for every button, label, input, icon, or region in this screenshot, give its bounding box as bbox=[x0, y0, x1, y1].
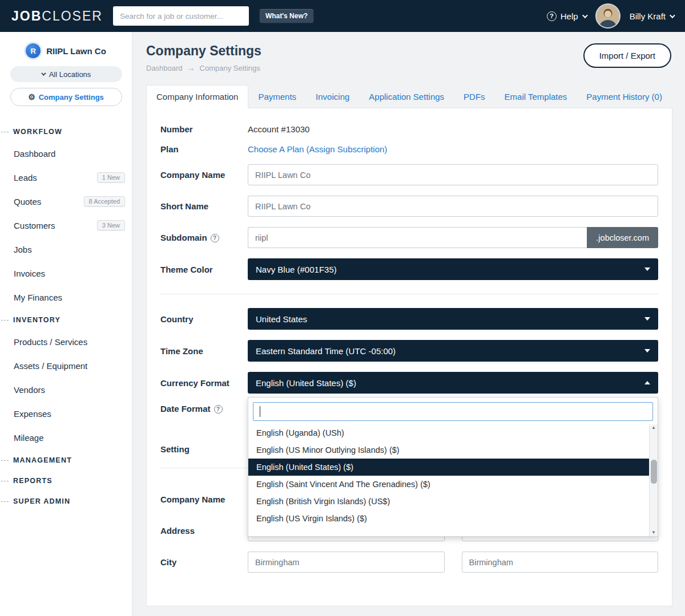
form-row-subdomain: Subdomain? .jobcloser.com bbox=[160, 227, 658, 248]
leads-badge: 1 New bbox=[97, 172, 125, 183]
section-super-admin[interactable]: SUPER ADMIN bbox=[0, 491, 132, 511]
tab-pdfs[interactable]: PDFs bbox=[454, 86, 495, 108]
scroll-up-icon[interactable]: ▲ bbox=[651, 425, 656, 430]
user-menu[interactable]: Billy Kraft bbox=[630, 11, 674, 21]
sidebar-item-invoices[interactable]: Invoices bbox=[0, 261, 132, 285]
nav-label: Customers bbox=[14, 221, 55, 230]
avatar-photo bbox=[597, 5, 619, 27]
form-row-company-name: Company Name bbox=[160, 164, 658, 185]
sidebar-item-leads[interactable]: Leads1 New bbox=[0, 165, 132, 189]
nav-label: Expenses bbox=[14, 409, 51, 419]
nav-label: Vendors bbox=[14, 385, 45, 395]
currency-search-input[interactable] bbox=[253, 402, 653, 421]
tab-invoicing[interactable]: Invoicing bbox=[306, 86, 359, 108]
chevron-up-icon bbox=[644, 381, 650, 384]
currency-option[interactable]: English (US Minor Outlying Islands) ($) bbox=[248, 441, 649, 459]
quotes-badge: 8 Accepted bbox=[84, 196, 125, 206]
section-dashes bbox=[1, 320, 9, 321]
logo-job: JOB bbox=[11, 9, 42, 23]
gear-icon: ⚙ bbox=[28, 92, 35, 102]
tab-application-settings[interactable]: Application Settings bbox=[359, 86, 454, 108]
breadcrumb-dashboard[interactable]: Dashboard bbox=[146, 64, 183, 72]
sidebar-item-my-finances[interactable]: My Finances bbox=[0, 285, 132, 309]
company-name: RIIPL Lawn Co bbox=[46, 46, 106, 56]
section-reports[interactable]: REPORTS bbox=[0, 470, 132, 491]
subdomain-input[interactable] bbox=[248, 227, 587, 248]
sidebar-item-dashboard[interactable]: Dashboard bbox=[0, 141, 132, 165]
global-search-input[interactable] bbox=[113, 6, 249, 26]
tab-payment-history[interactable]: Payment History (0) bbox=[577, 86, 672, 108]
section-management[interactable]: MANAGEMENT bbox=[0, 449, 132, 470]
sidebar-nav: WORKFLOW Dashboard Leads1 New Quotes8 Ac… bbox=[0, 121, 132, 511]
user-name: Billy Kraft bbox=[630, 11, 666, 21]
section-workflow[interactable]: WORKFLOW bbox=[0, 121, 132, 141]
country-label: Country bbox=[160, 314, 248, 324]
help-icon: ? bbox=[547, 11, 557, 21]
subdomain-help-icon[interactable]: ? bbox=[211, 234, 219, 242]
tab-bar: Company Information Payments Invoicing A… bbox=[144, 85, 672, 108]
import-export-button[interactable]: Import / Export bbox=[583, 43, 671, 68]
whats-new-button[interactable]: What's New? bbox=[259, 9, 314, 23]
section-inventory[interactable]: INVENTORY bbox=[0, 309, 132, 330]
currency-format-value: English (United States) ($) bbox=[256, 378, 356, 388]
assign-subscription-link[interactable]: (Assign Subscription) bbox=[307, 144, 388, 154]
number-label: Number bbox=[160, 124, 248, 134]
nav-label: Leads bbox=[14, 173, 37, 183]
timezone-label: Time Zone bbox=[160, 346, 248, 356]
sidebar-item-jobs[interactable]: Jobs bbox=[0, 237, 132, 261]
timezone-value: Eastern Standard Time (UTC -05:00) bbox=[256, 346, 396, 356]
nav-label: Mileage bbox=[14, 433, 44, 443]
main-header: Company Settings Dashboard → Company Set… bbox=[144, 41, 672, 72]
tab-company-information[interactable]: Company Information bbox=[146, 85, 248, 108]
city-input-1[interactable] bbox=[248, 552, 445, 573]
scrollbar[interactable]: ▲ ▼ bbox=[649, 424, 658, 536]
sidebar: R RIIPL Lawn Co All Locations ⚙ Company … bbox=[0, 32, 132, 616]
locations-dropdown[interactable]: All Locations bbox=[10, 66, 122, 82]
city-label: City bbox=[160, 557, 248, 567]
nav-label: Dashboard bbox=[14, 149, 55, 159]
section-label: REPORTS bbox=[13, 477, 53, 485]
form-row-country: Country United States bbox=[160, 308, 658, 330]
currency-option[interactable]: English (British Virgin Islands) (US$) bbox=[248, 493, 649, 510]
scroll-down-icon[interactable]: ▼ bbox=[651, 530, 656, 535]
sidebar-item-quotes[interactable]: Quotes8 Accepted bbox=[0, 189, 132, 213]
choose-plan-link[interactable]: Choose A Plan bbox=[248, 144, 304, 154]
nav-label: Products / Services bbox=[14, 337, 87, 347]
form-row-theme-color: Theme Color Navy Blue (#001F35) bbox=[160, 258, 658, 280]
help-menu[interactable]: ? Help bbox=[547, 11, 586, 21]
sidebar-item-mileage[interactable]: Mileage bbox=[0, 425, 132, 449]
account-number: Account #13030 bbox=[248, 124, 309, 134]
sidebar-item-customers[interactable]: Customers3 New bbox=[0, 213, 132, 237]
currency-format-select[interactable]: English (United States) ($) bbox=[248, 372, 658, 394]
city-input-2[interactable] bbox=[462, 552, 659, 573]
sidebar-item-products-services[interactable]: Products / Services bbox=[0, 330, 132, 354]
company-information-panel: Number Account #13030 Plan Choose A Plan… bbox=[146, 108, 672, 606]
sidebar-company[interactable]: R RIIPL Lawn Co bbox=[0, 32, 132, 58]
scrollbar-thumb[interactable] bbox=[651, 460, 657, 484]
currency-option-selected[interactable]: English (United States) ($) bbox=[248, 459, 649, 476]
chevron-down-icon bbox=[644, 349, 650, 352]
company-settings-button[interactable]: ⚙ Company Settings bbox=[10, 88, 122, 106]
sidebar-item-assets-equipment[interactable]: Assets / Equipment bbox=[0, 354, 132, 378]
tab-email-templates[interactable]: Email Templates bbox=[495, 86, 577, 108]
timezone-select[interactable]: Eastern Standard Time (UTC -05:00) bbox=[248, 340, 658, 362]
tab-payments[interactable]: Payments bbox=[248, 86, 306, 108]
company-name-label: Company Name bbox=[160, 170, 248, 180]
avatar[interactable] bbox=[597, 5, 619, 27]
currency-option[interactable]: English (US Virgin Islands) ($) bbox=[248, 510, 649, 527]
sidebar-item-vendors[interactable]: Vendors bbox=[0, 378, 132, 402]
currency-option[interactable]: English (Saint Vincent And The Grenadine… bbox=[248, 476, 649, 493]
date-format-help-icon[interactable]: ? bbox=[214, 405, 223, 414]
company-name-input[interactable] bbox=[248, 164, 658, 185]
short-name-input[interactable] bbox=[248, 196, 658, 217]
currency-option[interactable]: English (Uganda) (USh) bbox=[248, 424, 649, 441]
country-select[interactable]: United States bbox=[248, 308, 658, 330]
section-dashes bbox=[1, 481, 9, 481]
currency-dropdown-panel: English (Uganda) (USh) English (US Minor… bbox=[248, 397, 658, 537]
theme-color-select[interactable]: Navy Blue (#001F35) bbox=[248, 258, 658, 280]
app-logo[interactable]: JOBCLOSER bbox=[11, 9, 103, 24]
logo-closer: CLOSER bbox=[42, 9, 103, 23]
nav-label: Assets / Equipment bbox=[14, 361, 87, 371]
layout: R RIIPL Lawn Co All Locations ⚙ Company … bbox=[0, 32, 685, 616]
sidebar-item-expenses[interactable]: Expenses bbox=[0, 402, 132, 425]
